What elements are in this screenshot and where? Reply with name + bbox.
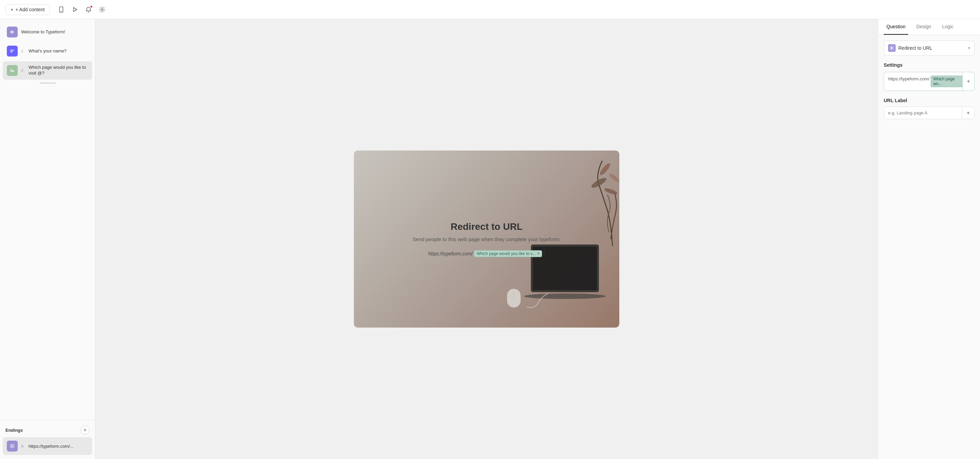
preview-url-tag-text: Which page would you like to v... [476,251,536,256]
sidebar-item-which[interactable]: 2 Which page would you like to visit @? [3,61,92,80]
sidebar-questions: Welcome to Typeform! 1 What's your name? [0,19,95,420]
sidebar-item-welcome-text: Welcome to Typeform! [21,29,65,35]
welcome-badge [7,27,18,37]
sidebar-item-which-text: Which page would you like to visit @? [29,65,88,76]
svg-marker-24 [891,47,893,49]
url-add-button[interactable]: + [962,72,975,91]
svg-rect-21 [507,289,520,308]
sidebar-item-number-2: 2 [21,69,25,73]
tab-design[interactable]: Design [914,19,934,35]
preview-title: Redirect to URL [412,222,560,232]
url-label-input[interactable] [884,107,962,119]
mobile-icon [58,6,64,13]
redirect-dropdown-text: Redirect to URL [898,45,966,51]
plus-icon: + [11,7,13,12]
redirect-icon [888,44,896,52]
preview-text-area: Redirect to URL Send people to this web … [406,215,567,264]
mobile-preview-button[interactable] [55,3,67,16]
panel-content: Redirect to URL ▾ Settings https://typef… [878,35,980,459]
endings-header: Endings + [3,424,92,437]
gear-icon [99,6,105,13]
name-badge [7,46,18,57]
redirect-dropdown[interactable]: Redirect to URL ▾ [884,40,975,56]
svg-point-14 [590,176,608,190]
sidebar-item-name-text: What's your name? [29,48,67,54]
toolbar: + + Add content [0,0,980,19]
url-label-input-wrap: + [884,107,975,119]
canvas-area: Redirect to URL Send people to this web … [95,19,878,459]
sidebar-item-number-1: 1 [21,49,25,53]
sidebar-item-name[interactable]: 1 What's your name? [3,42,92,60]
svg-marker-2 [73,8,77,11]
svg-rect-4 [11,31,11,33]
endings-title: Endings [5,428,23,433]
add-ending-button[interactable]: + [81,426,89,435]
right-panel: Question Design Logic Redirect to URL ▾ … [878,19,980,459]
svg-point-17 [608,172,619,183]
preview-url-tag: Which page would you like to v... ✕ [474,250,542,257]
preview-subtitle: Send people to this web page when they c… [412,236,560,242]
which-badge [7,65,18,76]
settings-title: Settings [884,62,975,68]
url-input-row: https://typeform.com/ Which page wo... ✕… [888,76,970,87]
preview-background: Redirect to URL Send people to this web … [354,150,619,328]
notifications-button[interactable] [82,3,95,16]
tab-question[interactable]: Question [884,19,908,35]
canvas-content: Redirect to URL Send people to this web … [95,19,878,459]
sidebar-item-ending[interactable]: A https://typeform.com/... [3,437,92,455]
panel-tabs: Question Design Logic [878,19,980,35]
settings-button[interactable] [96,3,108,16]
svg-point-1 [61,11,62,11]
ending-badge [7,441,18,451]
toolbar-icons [55,3,108,16]
preview-url-tag-close[interactable]: ✕ [537,252,540,255]
preview-url-base: https://typeform.com/ [428,251,473,257]
preview-url-row: https://typeform.com/ Which page would y… [412,250,560,257]
form-preview: Redirect to URL Send people to this web … [354,150,619,328]
add-content-button[interactable]: + + Add content [5,4,50,15]
add-content-label: + Add content [15,7,45,12]
preview-url-slash: / [543,251,545,257]
sidebar-endings: Endings + A https://typeform.com/... [0,420,95,459]
play-icon [72,6,78,13]
svg-marker-13 [11,445,13,447]
ending-item-text: https://typeform.com/... [29,444,73,449]
url-label-section: URL Label + [884,98,975,119]
notification-dot [90,5,92,8]
url-input-box: https://typeform.com/ Which page wo... ✕… [884,72,975,91]
sidebar-item-welcome[interactable]: Welcome to Typeform! [3,23,92,41]
cable-decoration [524,290,551,311]
ending-letter: A [21,444,25,448]
chevron-down-icon: ▾ [968,46,970,50]
sidebar-divider [40,83,56,84]
url-tag-text: Which page wo... [933,76,961,86]
url-base-text: https://typeform.com/ [888,76,929,81]
url-label-title: URL Label [884,98,975,103]
play-button[interactable] [69,3,81,16]
sidebar: Welcome to Typeform! 1 What's your name? [0,19,95,459]
svg-rect-5 [12,31,13,33]
svg-point-16 [604,187,618,196]
url-label-add-button[interactable]: + [962,107,974,119]
svg-point-3 [102,8,103,10]
main-layout: Welcome to Typeform! 1 What's your name? [0,19,980,459]
tab-logic[interactable]: Logic [940,19,956,35]
